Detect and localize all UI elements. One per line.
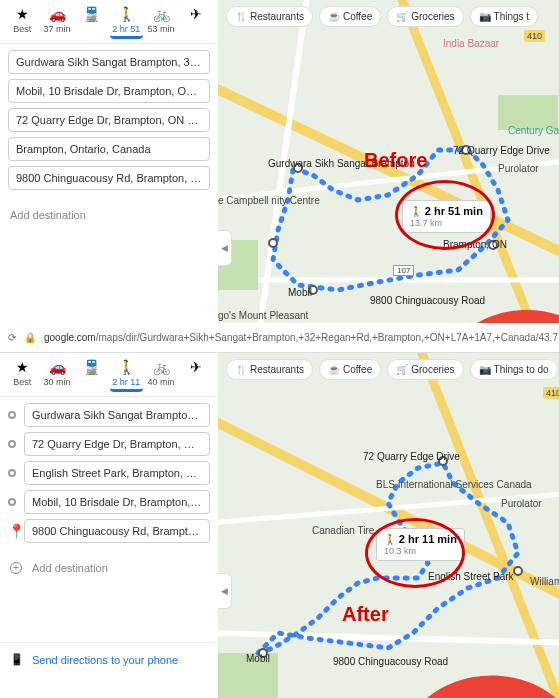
mode-bike[interactable]: 🚲40 min: [145, 357, 178, 392]
directions-sidebar: ★Best 🚗37 min 🚆 🚶2 hr 51 🚲53 min ✈ Gurdw…: [0, 0, 218, 229]
waypoint-row: English Street Park, Brampton, ON L6X 2: [8, 461, 210, 485]
destination-pin-icon: [356, 283, 559, 323]
flight-icon: ✈: [179, 359, 212, 375]
svg-point-12: [514, 567, 522, 575]
bike-icon: 🚲: [145, 6, 178, 22]
cart-icon: 🛒: [396, 364, 408, 375]
mode-walk[interactable]: 🚶2 hr 11: [110, 357, 143, 392]
collapse-sidebar-button[interactable]: ◀: [218, 573, 232, 609]
chip-restaurants[interactable]: 🍴Restaurants: [226, 6, 313, 27]
transit-icon: 🚆: [75, 359, 108, 375]
coffee-icon: ☕: [328, 364, 340, 375]
chip-groceries[interactable]: 🛒Groceries: [387, 359, 463, 380]
mode-flight[interactable]: ✈: [179, 357, 212, 392]
waypoint-dot-icon: [8, 498, 16, 506]
map-chips: 🍴Restaurants ☕Coffee 🛒Groceries 📷Things …: [226, 359, 558, 380]
label-campbell: e Campbell nity Centre: [218, 195, 320, 206]
best-icon: ★: [6, 359, 39, 375]
mode-flight[interactable]: ✈: [179, 4, 212, 39]
chip-coffee[interactable]: ☕Coffee: [319, 6, 381, 27]
waypoint-input[interactable]: 9800 Chinguacousy Rd, Brampton, ON L6: [8, 166, 210, 190]
waypoint-input[interactable]: 9800 Chinguacousy Rd, Brampton, ON L6: [24, 519, 210, 543]
badge-410: 410: [543, 387, 559, 399]
after-panel: ⟳ 🔒 google.com/maps/dir/Gurdwara+Sikh+Sa…: [0, 323, 559, 698]
mode-bike[interactable]: 🚲53 min: [145, 4, 178, 39]
chip-groceries[interactable]: 🛒Groceries: [387, 6, 463, 27]
mode-best[interactable]: ★Best: [6, 4, 39, 39]
label-mobil: Mobil: [288, 287, 312, 298]
destination-pin-icon: [321, 645, 559, 698]
waypoint-input[interactable]: Gurdwara Sikh Sangat Brampton, 32 Reg: [24, 403, 210, 427]
waypoint-input[interactable]: Gurdwara Sikh Sangat Brampton, 32 Reg: [8, 50, 210, 74]
url-text[interactable]: google.com/maps/dir/Gurdwara+Sikh+Sangat…: [44, 332, 558, 343]
directions-sidebar: ★Best 🚗30 min 🚆 🚶2 hr 11 🚲40 min ✈ Gurdw…: [0, 353, 218, 676]
collapse-sidebar-button[interactable]: ◀: [218, 230, 232, 266]
before-annotation: Before: [364, 149, 427, 172]
waypoint-dot-icon: [8, 440, 16, 448]
coffee-icon: ☕: [328, 11, 340, 22]
label-william: William: [530, 576, 559, 587]
waypoint-input[interactable]: 72 Quarry Edge Dr, Brampton, ON L6V 4K: [24, 432, 210, 456]
mode-walk[interactable]: 🚶2 hr 51: [110, 4, 143, 39]
lock-icon: 🔒: [24, 332, 36, 343]
label-purolator: Purolator: [498, 163, 539, 174]
camera-icon: 📷: [479, 11, 491, 22]
label-mount-pleasant: go's Mount Pleasant: [218, 310, 308, 321]
svg-point-5: [269, 239, 277, 247]
restaurant-icon: 🍴: [235, 364, 247, 375]
mode-car[interactable]: 🚗37 min: [41, 4, 74, 39]
waypoint-row: 72 Quarry Edge Dr, Brampton, ON L6V 4K: [8, 432, 210, 456]
mode-transit[interactable]: 🚆: [75, 4, 108, 39]
waypoint-dot-icon: [8, 411, 16, 419]
waypoint-row: Gurdwara Sikh Sangat Brampton, 32 Reg: [8, 403, 210, 427]
after-annotation: After: [342, 603, 389, 626]
waypoint-input[interactable]: Mobil, 10 Brisdale Dr, Brampton, ON L7A: [8, 79, 210, 103]
add-destination-button[interactable]: Add destination: [0, 201, 218, 229]
cart-icon: 🛒: [396, 11, 408, 22]
label-bls: BLS International Services Canada: [376, 479, 532, 490]
browser-url-bar: ⟳ 🔒 google.com/maps/dir/Gurdwara+Sikh+Sa…: [0, 323, 559, 353]
label-cdntire: Canadian Tire: [312, 525, 374, 536]
reload-icon[interactable]: ⟳: [8, 332, 16, 343]
label-century: Century Ga Conservat: [508, 125, 559, 136]
car-icon: 🚗: [41, 359, 74, 375]
chip-restaurants[interactable]: 🍴Restaurants: [226, 359, 313, 380]
label-purolator: Purolator: [501, 498, 542, 509]
walk-icon: 🚶: [110, 359, 143, 375]
plus-icon: +: [10, 562, 22, 574]
flight-icon: ✈: [179, 6, 212, 22]
best-icon: ★: [6, 6, 39, 22]
waypoint-list: Gurdwara Sikh Sangat Brampton, 32 Reg Mo…: [0, 44, 218, 201]
label-mobil: Mobil: [246, 653, 270, 664]
after-circle-annotation: [365, 518, 465, 588]
add-destination-button[interactable]: +Add destination: [0, 554, 218, 582]
travel-modes: ★Best 🚗30 min 🚆 🚶2 hr 11 🚲40 min ✈: [0, 353, 218, 397]
walk-icon: 🚶: [110, 6, 143, 22]
badge-410: 410: [524, 30, 545, 42]
badge-107: 107: [393, 265, 414, 276]
mode-car[interactable]: 🚗30 min: [41, 357, 74, 392]
chip-things[interactable]: 📷Things t: [470, 6, 539, 27]
camera-icon: 📷: [479, 364, 491, 375]
mode-best[interactable]: ★Best: [6, 357, 39, 392]
waypoint-row: Mobil, 10 Brisdale Dr, Brampton, ON L7A: [8, 490, 210, 514]
waypoint-input[interactable]: Brampton, Ontario, Canada: [8, 137, 210, 161]
waypoint-input[interactable]: English Street Park, Brampton, ON L6X 2: [24, 461, 210, 485]
transit-icon: 🚆: [75, 6, 108, 22]
car-icon: 🚗: [41, 6, 74, 22]
map-chips: 🍴Restaurants ☕Coffee 🛒Groceries 📷Things …: [226, 6, 538, 27]
chip-things[interactable]: 📷Things to do: [470, 359, 558, 380]
waypoint-input[interactable]: Mobil, 10 Brisdale Dr, Brampton, ON L7A: [24, 490, 210, 514]
waypoint-input[interactable]: 72 Quarry Edge Dr, Brampton, ON L6V 4K: [8, 108, 210, 132]
restaurant-icon: 🍴: [235, 11, 247, 22]
phone-icon: 📱: [10, 653, 24, 666]
waypoint-dot-icon: [8, 469, 16, 477]
mode-transit[interactable]: 🚆: [75, 357, 108, 392]
send-to-phone-button[interactable]: 📱Send directions to your phone: [0, 642, 218, 676]
travel-modes: ★Best 🚗37 min 🚆 🚶2 hr 51 🚲53 min ✈: [0, 0, 218, 44]
waypoint-list: Gurdwara Sikh Sangat Brampton, 32 Reg 72…: [0, 397, 218, 554]
waypoint-row: 📍9800 Chinguacousy Rd, Brampton, ON L6: [8, 519, 210, 543]
bike-icon: 🚲: [145, 359, 178, 375]
chip-coffee[interactable]: ☕Coffee: [319, 359, 381, 380]
destination-pin-icon: 📍: [8, 527, 16, 535]
